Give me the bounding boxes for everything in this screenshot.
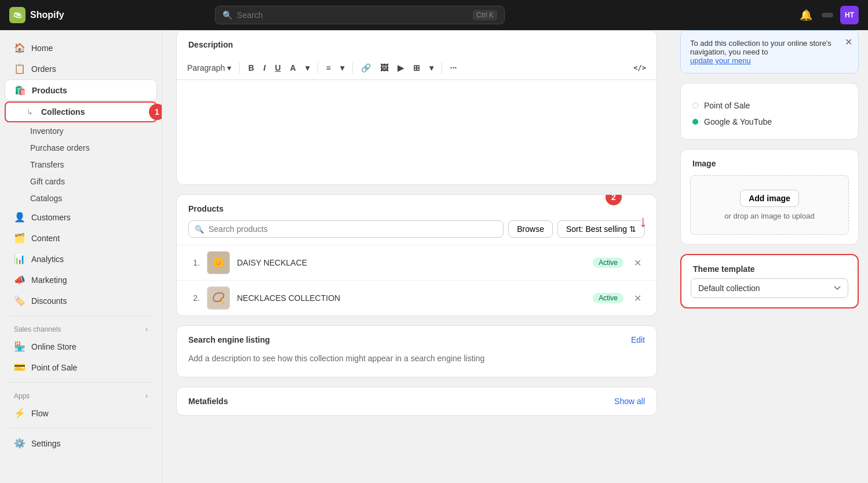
product-number: 1. [188, 258, 200, 267]
sidebar-item-inventory[interactable]: Inventory [5, 123, 157, 139]
sidebar-item-label: Purchase orders [30, 143, 90, 152]
text-color-button[interactable]: A [287, 61, 300, 75]
more-button[interactable]: ··· [447, 61, 461, 75]
bold-button[interactable]: B [245, 61, 257, 75]
sidebar-item-content[interactable]: 🗂️ Content [5, 228, 157, 248]
image-upload-area[interactable]: Add image or drop an image to upload [690, 175, 849, 235]
product-thumb-icon: 🌼 [212, 256, 225, 269]
sidebar-item-label: Discounts [31, 296, 67, 306]
search-box[interactable]: 🔍 Ctrl K [215, 6, 505, 24]
app-logo[interactable]: 🛍 Shopify [9, 7, 64, 23]
search-input[interactable] [237, 10, 468, 20]
sidebar-item-catalogs[interactable]: Catalogs [5, 190, 157, 206]
chevron-color-button[interactable]: ▾ [302, 61, 313, 75]
theme-template-select[interactable]: Default collection Custom template [691, 278, 848, 298]
store-button[interactable] [822, 13, 833, 17]
chevron-table-button[interactable]: ▾ [426, 61, 437, 75]
paragraph-label: Paragraph [187, 63, 225, 72]
search-products-container[interactable]: 🔍 [188, 220, 504, 238]
sidebar-item-transfers[interactable]: Transfers [5, 157, 157, 173]
sidebar-item-flow[interactable]: ⚡ Flow [5, 403, 157, 423]
sidebar-item-label: Marketing [31, 275, 67, 285]
image-button[interactable]: 🖼 [377, 61, 392, 75]
right-panel: ✕ To add this collection to your online … [671, 30, 868, 483]
product-name: NECKLACES COLLECTION [237, 293, 586, 303]
underline-button[interactable]: U [271, 61, 284, 75]
expand-icon: › [145, 392, 148, 400]
analytics-icon: 📊 [14, 253, 25, 264]
products-card: Products 2 ↓ 🔍 Browse Sort: Best selling… [176, 194, 657, 316]
sidebar-item-collections[interactable]: ↳ ↳ Collections 1 [5, 101, 157, 122]
browse-button[interactable]: Browse [508, 220, 553, 238]
product-remove-button[interactable]: ✕ [630, 256, 645, 270]
paragraph-selector[interactable]: Paragraph ▾ [184, 61, 235, 75]
sidebar-item-online-store[interactable]: 🏪 Online Store [5, 336, 157, 357]
sidebar-item-customers[interactable]: 👤 Customers [5, 207, 157, 227]
info-banner-link[interactable]: update your menu [690, 56, 751, 65]
align-button[interactable]: ≡ [323, 61, 334, 75]
sidebar: 🏠 Home 📋 Orders 🛍️ Products ↳ ↳ Collecti… [0, 30, 162, 483]
sidebar-item-analytics[interactable]: 📊 Analytics [5, 249, 157, 269]
sidebar-item-label: Gift cards [30, 177, 65, 186]
sidebar-divider-1 [9, 315, 152, 316]
sidebar-item-label: Content [31, 234, 60, 243]
channels-list: Point of Sale Google & YouTube [681, 88, 858, 139]
sidebar-item-label: Orders [31, 64, 56, 74]
image-title: Image [692, 159, 716, 168]
description-toolbar: Paragraph ▾ B I U A ▾ ≡ ▾ 🔗 🖼 ▶ [177, 56, 657, 80]
link-button[interactable]: 🔗 [358, 61, 374, 75]
content-area: Description Paragraph ▾ B I U A ▾ ≡ ▾ [162, 30, 868, 483]
code-button[interactable]: </> [630, 61, 650, 74]
align-chevron-button[interactable]: ▾ [337, 61, 348, 75]
info-banner-close-button[interactable]: ✕ [845, 37, 852, 48]
upload-hint: or drop an image to upload [700, 212, 839, 220]
seo-edit-link[interactable]: Edit [631, 335, 645, 344]
sidebar-item-label: Transfers [30, 160, 64, 169]
seo-card: Search engine listing Edit Add a descrip… [176, 325, 657, 377]
sidebar-item-point-of-sale[interactable]: 💳 Point of Sale [5, 357, 157, 377]
sidebar-item-home[interactable]: 🏠 Home [5, 38, 157, 58]
marketing-icon: 📣 [14, 274, 25, 285]
toolbar-separator [239, 62, 240, 74]
sidebar-item-label: Point of Sale [31, 363, 77, 372]
topnav-right: 🔔 HT [797, 6, 859, 24]
sidebar-item-products[interactable]: 🛍️ Products [5, 79, 157, 101]
sidebar-item-purchase-orders[interactable]: Purchase orders [5, 140, 157, 156]
sidebar-item-label: Customers [31, 213, 71, 222]
add-image-button[interactable]: Add image [740, 190, 799, 207]
sort-button[interactable]: Sort: Best selling ⇅ [557, 220, 645, 238]
sidebar-item-discounts[interactable]: 🏷️ Discounts [5, 290, 157, 311]
expand-icon: › [145, 325, 148, 333]
sidebar-divider-3 [9, 428, 152, 428]
search-products-input[interactable] [209, 224, 497, 234]
channel-label: Google & YouTube [704, 117, 772, 126]
annotation-1: 1 [149, 104, 162, 120]
notifications-button[interactable]: 🔔 [797, 6, 815, 24]
sidebar-item-label: Settings [31, 439, 61, 448]
channel-dot-pos [692, 103, 698, 108]
sidebar-item-label: Online Store [31, 342, 76, 351]
product-thumbnail: 🌼 [207, 251, 230, 274]
search-shortcut: Ctrl K [473, 10, 497, 20]
main-panel: Description Paragraph ▾ B I U A ▾ ≡ ▾ [162, 30, 671, 483]
settings-icon: ⚙️ [14, 438, 25, 449]
sidebar-item-settings[interactable]: ⚙️ Settings [5, 433, 157, 453]
sidebar-item-gift-cards[interactable]: Gift cards [5, 173, 157, 190]
video-button[interactable]: ▶ [394, 61, 407, 75]
sidebar-divider-2 [9, 382, 152, 383]
discounts-icon: 🏷️ [14, 295, 25, 306]
shopify-bag-icon: 🛍 [9, 7, 25, 23]
channel-dot-google [692, 119, 698, 125]
sidebar-item-label: Flow [31, 409, 49, 418]
product-remove-button[interactable]: ✕ [630, 292, 645, 305]
italic-button[interactable]: I [260, 61, 269, 75]
seo-header: Search engine listing Edit [177, 326, 657, 349]
products-icon: 🛍️ [14, 85, 26, 96]
description-editor[interactable] [177, 80, 657, 184]
show-all-link[interactable]: Show all [614, 397, 645, 406]
search-container: 🔍 Ctrl K [215, 6, 505, 24]
table-button[interactable]: ⊞ [410, 61, 424, 75]
sidebar-item-orders[interactable]: 📋 Orders [5, 59, 157, 79]
avatar[interactable]: HT [840, 6, 859, 24]
sidebar-item-marketing[interactable]: 📣 Marketing [5, 270, 157, 290]
